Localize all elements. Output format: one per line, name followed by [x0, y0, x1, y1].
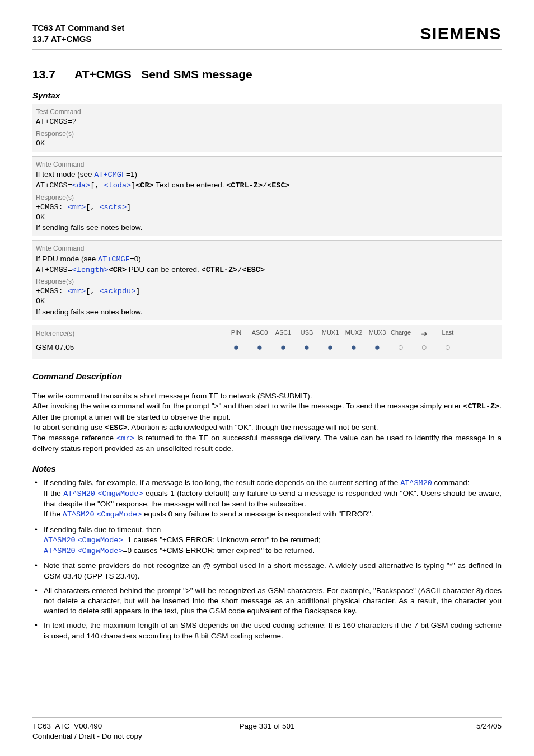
write2-resp1: +CMGS: <mr>[, <ackpdu>]	[36, 287, 498, 297]
write2-resp3: If sending fails see notes below.	[36, 307, 498, 317]
col-usb: USB	[295, 328, 318, 339]
at-cmgf-link[interactable]: AT+CMGF	[98, 255, 130, 264]
note-2: If sending fails due to timeout, then AT…	[32, 525, 502, 557]
footer-version: TC63_ATC_V00.490	[32, 722, 102, 730]
col-last: Last	[436, 328, 460, 339]
doc-title: TC63 AT Command Set	[32, 22, 124, 34]
text: AT+CMGS=	[36, 181, 72, 190]
ref-columns: PIN ASC0 ASC1 USB MUX1 MUX2 MUX3 Charge …	[224, 328, 460, 339]
dot-open-icon: ○	[389, 342, 413, 352]
at-sm20-link[interactable]: AT^SM20	[44, 536, 76, 544]
text: [,	[90, 181, 104, 190]
cr-key: <CR>	[135, 181, 153, 190]
param-cmgwmode[interactable]: <CmgwMode>	[77, 547, 123, 555]
col-charge: Charge	[389, 328, 413, 339]
responses-label: Response(s)	[36, 275, 498, 287]
header-title: TC63 AT Command Set 13.7 AT+CMGS	[32, 22, 124, 45]
text: [,	[86, 203, 99, 212]
write2-syntax: AT+CMGS=<length><CR> PDU can be entered.…	[36, 265, 498, 275]
dot-filled-icon: ●	[271, 342, 295, 352]
note-5: In text mode, the maximum length of an S…	[32, 621, 502, 641]
text: PDU can be entered.	[127, 265, 202, 274]
text: =1)	[126, 170, 137, 179]
param-mr[interactable]: <mr>	[68, 287, 86, 295]
param-mr[interactable]: <mr>	[68, 203, 86, 212]
write-command-label: Write Command	[36, 158, 498, 170]
write2-intro: If PDU mode (see AT+CMGF=0)	[36, 254, 498, 265]
dots-row: ●●●●●●●○○○	[224, 342, 460, 352]
at-sm20-link[interactable]: AT^SM20	[44, 547, 76, 555]
param-length[interactable]: <length>	[72, 266, 109, 274]
footer-date: 5/24/05	[345, 721, 502, 741]
note-1: If sending fails, for example, if a mess…	[32, 478, 502, 520]
at-sm20-link[interactable]: AT^SM20	[63, 510, 95, 519]
param-scts[interactable]: <scts>	[99, 203, 127, 212]
at-sm20-link[interactable]: AT^SM20	[400, 479, 432, 487]
col-arrow-icon: ➜	[413, 328, 436, 339]
text: To abort sending use	[32, 423, 105, 431]
write1-resp3: If sending fails see notes below.	[36, 223, 498, 233]
text: =1 causes "+CMS ERROR: Unknown error" to…	[123, 536, 321, 544]
dot-open-icon: ○	[413, 342, 436, 352]
notes-list: If sending fails, for example, if a mess…	[32, 478, 502, 641]
reference-value: GSM 07.05	[36, 342, 224, 353]
param-mr[interactable]: <mr>	[116, 434, 134, 443]
col-mux2: MUX2	[342, 328, 366, 339]
references-label: Reference(s)	[36, 329, 224, 338]
test-command-text: AT+CMGS=?	[36, 117, 498, 127]
text: After invoking the write command wait fo…	[32, 402, 463, 410]
ctrlz-key: <CTRL-Z>	[202, 266, 238, 274]
dot-filled-icon: ●	[342, 342, 366, 352]
text: =0)	[130, 255, 141, 263]
param-toda[interactable]: <toda>	[104, 181, 132, 190]
write1-resp1: +CMGS: <mr>[, <scts>]	[36, 203, 498, 213]
text: =0 causes "+CMS ERROR: timer expired" to…	[123, 546, 315, 555]
dot-filled-icon: ●	[366, 342, 389, 352]
col-asc1: ASC1	[271, 328, 295, 339]
write1-intro: If text mode (see AT+CMGF=1)	[36, 170, 498, 180]
col-mux1: MUX1	[318, 328, 342, 339]
footer-page: Page 331 of 501	[189, 721, 345, 741]
text: command:	[432, 478, 470, 487]
write1-syntax: AT+CMGS=<da>[, <toda>]<CR> Text can be e…	[36, 180, 498, 191]
text: . Abortion is acknowledged with "OK", th…	[128, 423, 378, 431]
footer-confidential: Confidential / Draft - Do not copy	[32, 732, 142, 740]
param-ackpdu[interactable]: <ackpdu>	[99, 287, 135, 295]
page-footer: TC63_ATC_V00.490 Confidential / Draft - …	[32, 717, 502, 741]
col-mux3: MUX3	[366, 328, 389, 339]
at-cmgf-link[interactable]: AT+CMGF	[94, 171, 126, 179]
note-4: All characters entered behind the prompt…	[32, 586, 502, 617]
ctrlz-key: <CTRL-Z>	[226, 181, 263, 190]
text: If text mode (see	[36, 170, 94, 179]
note-3: Note that some providers do not recogniz…	[32, 561, 502, 581]
brand-logo: SIEMENS	[420, 22, 502, 45]
desc-p1: The write command transmits a short mess…	[32, 392, 312, 400]
syntax-heading: Syntax	[32, 90, 502, 101]
esc-key: <ESC>	[242, 266, 265, 274]
text: The message reference	[32, 434, 116, 442]
section-title: Send SMS message	[141, 68, 252, 81]
text: If sending fails due to timeout, then	[44, 525, 161, 534]
esc-key: <ESC>	[105, 424, 128, 432]
dot-filled-icon: ●	[224, 342, 248, 352]
text: [,	[86, 287, 99, 295]
text: AT+CMGS=	[36, 266, 72, 274]
param-cmgwmode[interactable]: <CmgwMode>	[97, 490, 143, 498]
text: equals 0 any failure to send a message i…	[142, 510, 373, 518]
text: ]	[135, 287, 140, 295]
param-cmgwmode[interactable]: <CmgwMode>	[77, 536, 123, 544]
at-sm20-link[interactable]: AT^SM20	[63, 490, 95, 498]
ctrlz-key: <CTRL-Z>	[463, 402, 499, 411]
param-da[interactable]: <da>	[72, 181, 90, 190]
text: ]	[127, 203, 131, 212]
cr-key: <CR>	[109, 266, 127, 274]
responses-label: Response(s)	[36, 191, 498, 203]
text: If PDU mode (see	[36, 255, 98, 263]
text: If sending fails, for example, if a mess…	[44, 478, 400, 487]
write-command-pdu-block: Write Command If PDU mode (see AT+CMGF=0…	[32, 240, 502, 320]
text: If the	[44, 510, 63, 518]
dot-filled-icon: ●	[248, 342, 271, 352]
param-cmgwmode[interactable]: <CmgwMode>	[96, 510, 142, 519]
responses-label: Response(s)	[36, 128, 498, 139]
dot-filled-icon: ●	[318, 342, 342, 352]
